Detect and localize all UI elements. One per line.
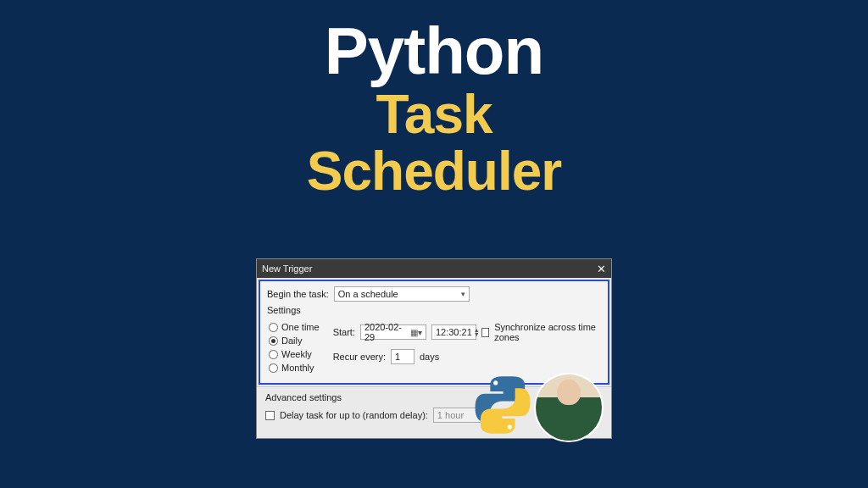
start-date-value: 2020-02-29 <box>364 322 407 342</box>
radio-label: One time <box>281 322 320 332</box>
dialog-body: Begin the task: On a schedule ▾ Settings… <box>259 280 609 385</box>
radio-label: Weekly <box>281 349 312 359</box>
settings-area: One time Daily Weekly Monthly Start: <box>267 319 601 376</box>
avatar-image <box>536 374 602 441</box>
begin-task-row: Begin the task: On a schedule ▾ <box>267 286 601 302</box>
delay-checkbox[interactable] <box>265 411 275 420</box>
spinner-icon: ▲▼ <box>474 328 480 336</box>
close-icon[interactable]: ✕ <box>597 263 606 275</box>
radio-monthly[interactable]: Monthly <box>269 363 320 373</box>
delay-label: Delay task for up to (random delay): <box>280 410 428 420</box>
radio-weekly[interactable]: Weekly <box>269 349 320 359</box>
fields-column: Start: 2020-02-29 ▦▾ 12:30:21 ▲▼ Synchro… <box>333 319 601 376</box>
dialog-titlebar[interactable]: New Trigger ✕ <box>257 259 611 278</box>
start-row: Start: 2020-02-29 ▦▾ 12:30:21 ▲▼ Synchro… <box>333 322 601 342</box>
python-logo-icon <box>473 375 532 435</box>
dialog-title: New Trigger <box>262 263 312 274</box>
title-line3: Scheduler <box>0 143 868 200</box>
start-label: Start: <box>333 327 355 337</box>
radio-icon <box>269 363 278 373</box>
sync-label: Synchronize across time zones <box>494 322 601 342</box>
radio-icon <box>269 350 278 359</box>
calendar-icon: ▦▾ <box>410 328 422 337</box>
presenter-avatar <box>534 373 604 442</box>
recur-row: Recur every: 1 days <box>333 349 601 364</box>
radio-label: Daily <box>281 336 302 346</box>
svg-point-1 <box>508 425 512 430</box>
title-line2: Task <box>0 86 868 143</box>
start-time-value: 12:30:21 <box>436 327 472 337</box>
delay-value: 1 hour <box>437 410 464 420</box>
chevron-down-icon: ▾ <box>461 290 465 298</box>
recur-label: Recur every: <box>333 352 386 362</box>
title-line1: Python <box>0 17 868 86</box>
start-time-input[interactable]: 12:30:21 ▲▼ <box>431 324 476 340</box>
begin-task-combo[interactable]: On a schedule ▾ <box>334 286 470 302</box>
radio-daily[interactable]: Daily <box>269 336 320 346</box>
settings-heading: Settings <box>267 305 601 315</box>
radio-label: Monthly <box>281 363 314 373</box>
recur-value: 1 <box>395 352 400 362</box>
title-block: Python Task Scheduler <box>0 0 868 200</box>
start-date-input[interactable]: 2020-02-29 ▦▾ <box>360 324 426 340</box>
svg-point-0 <box>493 380 498 385</box>
sync-checkbox[interactable] <box>481 328 489 337</box>
recur-input[interactable]: 1 <box>391 349 415 364</box>
radio-icon <box>269 323 278 332</box>
begin-task-label: Begin the task: <box>267 289 329 299</box>
radio-icon <box>269 336 278 346</box>
begin-task-value: On a schedule <box>338 289 398 299</box>
frequency-radio-group: One time Daily Weekly Monthly <box>267 319 321 376</box>
recur-unit: days <box>420 352 439 362</box>
radio-one-time[interactable]: One time <box>269 322 320 332</box>
